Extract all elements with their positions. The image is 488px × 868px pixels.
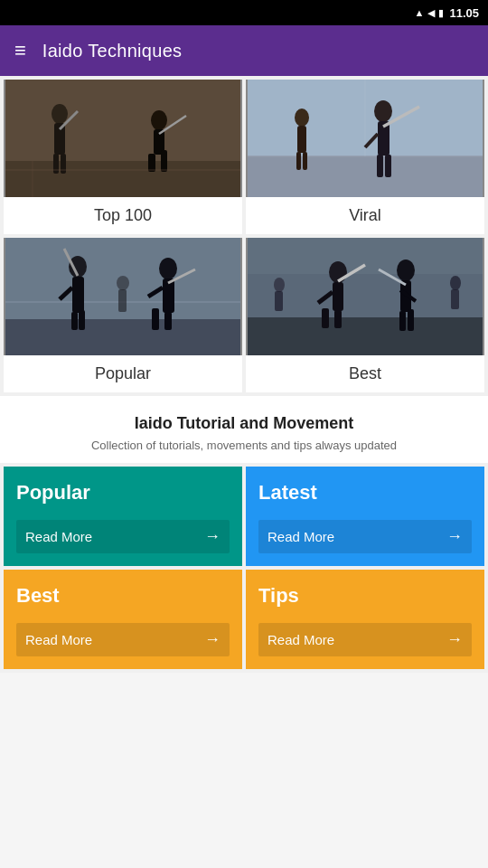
- app-bar: ≡ Iaido Techniques: [0, 25, 488, 76]
- read-more-text-popular: Read More: [25, 529, 92, 544]
- status-bar: ▲ ◀ ▮ 11.05: [0, 0, 488, 25]
- svg-rect-63: [451, 289, 459, 309]
- action-card-tips[interactable]: Tips Read More →: [246, 570, 484, 669]
- svg-rect-1: [5, 161, 240, 197]
- tutorial-section: Iaido Tutorial and Movement Collection o…: [0, 396, 488, 463]
- svg-rect-52: [334, 310, 342, 328]
- arrow-icon-tips: →: [446, 630, 463, 649]
- svg-rect-46: [248, 317, 483, 355]
- category-card-viral[interactable]: Viral: [246, 80, 484, 234]
- svg-rect-61: [275, 291, 283, 311]
- svg-point-43: [117, 276, 129, 290]
- svg-point-54: [397, 259, 415, 281]
- read-more-popular[interactable]: Read More →: [16, 520, 230, 553]
- svg-rect-27: [303, 152, 307, 170]
- category-card-top100[interactable]: Top 100: [4, 80, 242, 234]
- app-title: Iaido Techniques: [42, 41, 183, 61]
- category-label-top100: Top 100: [4, 197, 242, 234]
- svg-rect-5: [53, 154, 59, 174]
- action-card-best[interactable]: Best Read More →: [4, 570, 242, 669]
- action-title-popular: Popular: [16, 481, 230, 505]
- svg-rect-58: [408, 309, 414, 331]
- svg-rect-44: [118, 289, 127, 312]
- category-image-best: [246, 238, 484, 355]
- hamburger-menu-icon[interactable]: ≡: [14, 39, 26, 62]
- svg-rect-22: [385, 155, 391, 177]
- svg-rect-26: [296, 152, 301, 170]
- arrow-icon-popular: →: [204, 527, 221, 546]
- svg-point-2: [52, 104, 68, 124]
- action-grid: Popular Read More → Latest Read More → B…: [0, 463, 488, 673]
- category-label-viral: Viral: [246, 197, 484, 234]
- signal-icon: ◀: [427, 7, 435, 19]
- battery-icon: ▮: [438, 7, 444, 19]
- svg-rect-47: [248, 238, 483, 274]
- svg-point-7: [151, 110, 167, 130]
- category-label-popular: Popular: [4, 355, 242, 392]
- read-more-text-latest: Read More: [267, 529, 334, 544]
- category-image-viral: [246, 80, 484, 197]
- action-title-tips: Tips: [258, 584, 472, 608]
- status-time: 11.05: [449, 6, 479, 20]
- arrow-icon-best: →: [204, 630, 221, 649]
- svg-point-24: [295, 108, 309, 127]
- read-more-best[interactable]: Read More →: [16, 623, 230, 656]
- svg-rect-49: [333, 282, 343, 311]
- category-image-top100: [4, 80, 242, 197]
- action-card-popular[interactable]: Popular Read More →: [4, 467, 242, 566]
- svg-rect-15: [248, 156, 483, 197]
- svg-point-37: [159, 258, 177, 279]
- status-icons: ▲ ◀ ▮: [415, 7, 445, 19]
- svg-rect-21: [377, 155, 383, 177]
- read-more-text-best: Read More: [25, 632, 92, 647]
- category-grid: Top 100 V: [0, 76, 488, 396]
- svg-rect-34: [71, 312, 78, 330]
- svg-point-60: [274, 278, 285, 292]
- category-card-popular[interactable]: Popular: [4, 238, 242, 392]
- read-more-latest[interactable]: Read More →: [258, 520, 472, 553]
- svg-rect-40: [152, 308, 159, 330]
- arrow-icon-latest: →: [446, 527, 463, 546]
- action-title-best: Best: [16, 584, 230, 608]
- svg-rect-10: [148, 154, 155, 172]
- tutorial-subtitle: Collection of tutorials, movements and t…: [14, 439, 474, 452]
- svg-rect-51: [322, 308, 329, 328]
- svg-rect-25: [297, 126, 306, 153]
- action-title-latest: Latest: [258, 481, 472, 505]
- svg-rect-6: [61, 154, 66, 174]
- category-image-popular: [4, 238, 242, 355]
- svg-rect-41: [164, 312, 172, 330]
- tutorial-title: Iaido Tutorial and Movement: [14, 414, 474, 433]
- svg-rect-57: [399, 311, 406, 331]
- category-label-best: Best: [246, 355, 484, 392]
- svg-point-18: [374, 100, 392, 122]
- svg-point-62: [450, 276, 461, 290]
- svg-rect-11: [161, 150, 167, 172]
- svg-rect-29: [5, 319, 240, 355]
- action-card-latest[interactable]: Latest Read More →: [246, 467, 484, 566]
- svg-rect-32: [72, 277, 84, 313]
- wifi-icon: ▲: [415, 7, 425, 18]
- read-more-text-tips: Read More: [267, 632, 334, 647]
- read-more-tips[interactable]: Read More →: [258, 623, 472, 656]
- category-card-best[interactable]: Best: [246, 238, 484, 392]
- svg-rect-35: [79, 310, 85, 330]
